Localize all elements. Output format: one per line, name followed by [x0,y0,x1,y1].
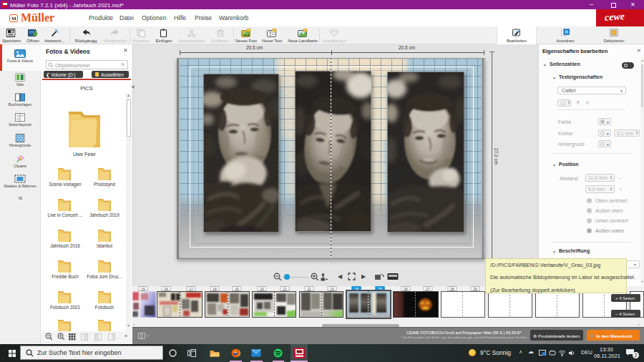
svg-text:T: T [269,31,273,37]
